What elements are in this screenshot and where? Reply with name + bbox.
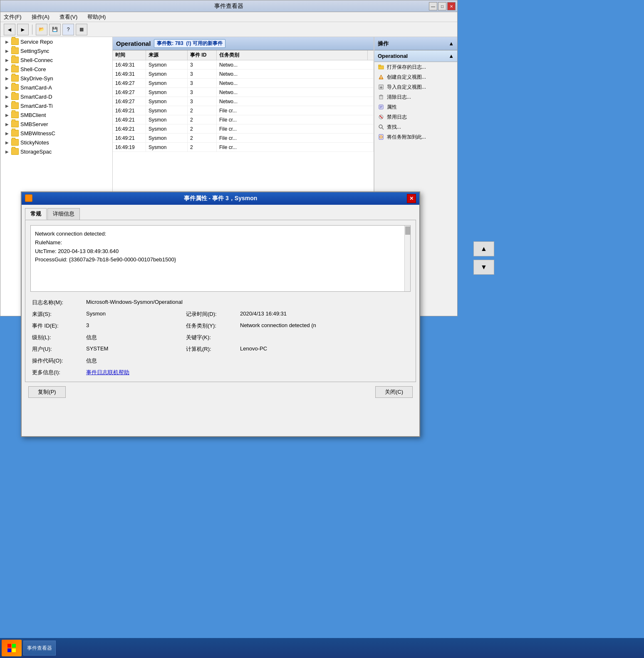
dialog-close-x-button[interactable]: ✕ — [407, 194, 416, 203]
table-row[interactable]: 16:49:31 Sysmon 3 Netwo... — [113, 60, 374, 70]
action-import-view[interactable]: 导入自定义视图... — [374, 82, 457, 92]
middle-panel-header: Operational 事件数: 783 (!) 可用的新事件 — [113, 37, 374, 50]
tree-label-service-repo: Service Repo — [20, 39, 53, 45]
cell-time: 16:49:31 — [113, 60, 146, 69]
view-button[interactable]: ▦ — [76, 24, 87, 35]
action-attach-task[interactable]: 将任务附加到此... — [374, 132, 457, 142]
cell-task: Netwo... — [217, 79, 374, 87]
tree-item-smbclient[interactable]: ▶ SMBClient — [0, 110, 112, 119]
tree-arrow-13: ▶ — [5, 149, 10, 154]
menu-file[interactable]: 文件(F) — [2, 12, 23, 22]
back-button[interactable]: ◄ — [4, 24, 15, 35]
close-button[interactable]: ✕ — [447, 2, 456, 10]
opcode-value: 信息 — [84, 355, 411, 367]
tree-item-service-repo[interactable]: ▶ Service Repo — [0, 37, 112, 46]
action-clear-log-label: 清除日志... — [387, 94, 411, 101]
cell-time: 16:49:21 — [113, 134, 146, 142]
table-row[interactable]: 16:49:27 Sysmon 3 Netwo... — [113, 79, 374, 88]
action-open-log-label: 打开保存的日志... — [387, 64, 426, 71]
tree-item-smartcard-ti[interactable]: ▶ SmartCard-Ti — [0, 101, 112, 110]
taskbar-event-viewer[interactable]: 事件查看器 — [23, 641, 56, 656]
tree-item-storagespac[interactable]: ▶ StorageSpac — [0, 147, 112, 156]
dialog-main-content: Network connection detected: RuleName: U… — [25, 220, 416, 382]
action-open-log[interactable]: 打开保存的日志... — [374, 62, 457, 72]
tree-item-smbserver[interactable]: ▶ SMBServer — [0, 119, 112, 129]
folder-icon-11 — [11, 130, 19, 137]
cell-event-id: 2 — [188, 134, 217, 142]
tree-item-smartcard-a[interactable]: ▶ SmartCard-A — [0, 83, 112, 92]
opcode-label: 操作代码(O): — [30, 355, 84, 367]
tree-arrow-10: ▶ — [5, 122, 10, 127]
copy-button[interactable]: 复制(P) — [28, 386, 66, 398]
forward-button[interactable]: ► — [17, 24, 29, 35]
table-row[interactable]: 16:49:21 Sysmon 2 File cr... — [113, 115, 374, 124]
tab-details[interactable]: 详细信息 — [47, 208, 80, 220]
menu-bar: 文件(F) 操作(A) 查看(V) 帮助(H) — [0, 12, 457, 22]
tab-general[interactable]: 常规 — [25, 208, 47, 220]
event-text-line3: UtcTime: 2020-04-13 08:49:30.640 — [35, 247, 399, 256]
event-text-scrollbar[interactable] — [404, 226, 410, 291]
cell-source: Sysmon — [146, 143, 188, 151]
more-info-value[interactable]: 事件日志联机帮助 — [84, 367, 411, 378]
table-row[interactable]: 16:49:21 Sysmon 2 File cr... — [113, 134, 374, 143]
table-row[interactable]: 16:49:19 Sysmon 2 File cr... — [113, 143, 374, 152]
table-row[interactable]: 16:49:31 Sysmon 3 Netwo... — [113, 70, 374, 79]
table-row[interactable]: 16:49:27 Sysmon 3 Netwo... — [113, 88, 374, 97]
expand-icon[interactable]: ▲ — [448, 40, 454, 47]
taskbar-event-viewer-label: 事件查看器 — [27, 645, 52, 652]
cell-time: 16:49:31 — [113, 70, 146, 78]
action-find[interactable]: 查找... — [374, 122, 457, 132]
table-row[interactable]: 16:49:21 Sysmon 2 File cr... — [113, 106, 374, 115]
dialog-close-button[interactable]: 关闭(C) — [375, 386, 413, 398]
action-properties-label: 属性 — [387, 104, 397, 111]
expand-icon-sub[interactable]: ▲ — [448, 53, 454, 59]
fields-grid: 日志名称(M): Microsoft-Windows-Sysmon/Operat… — [30, 297, 411, 378]
menu-help[interactable]: 帮助(H) — [86, 12, 107, 22]
action-disable-log[interactable]: 禁用日志 — [374, 112, 457, 122]
maximize-button[interactable]: □ — [438, 2, 446, 10]
actions-title: 操作 — [378, 40, 389, 47]
import-view-icon — [378, 84, 384, 90]
table-row[interactable]: 16:49:21 Sysmon 2 File cr... — [113, 124, 374, 134]
nav-up-button[interactable]: ▲ — [473, 241, 494, 256]
cell-source: Sysmon — [146, 88, 188, 97]
tree-item-settingsync[interactable]: ▶ SettingSync — [0, 46, 112, 55]
source-label: 来源(S): — [30, 308, 84, 320]
minimize-button[interactable]: — — [429, 2, 437, 10]
menu-view[interactable]: 查看(V) — [58, 12, 79, 22]
start-button[interactable] — [2, 640, 22, 656]
tree-item-skydrive[interactable]: ▶ SkyDrive-Syn — [0, 74, 112, 83]
help-button[interactable]: ? — [62, 24, 74, 35]
tree-item-smbwitness[interactable]: ▶ SMBWitnessC — [0, 129, 112, 138]
action-properties[interactable]: 属性 — [374, 102, 457, 112]
folder-icon-10 — [11, 121, 19, 127]
action-create-view-label: 创建自定义视图... — [387, 74, 426, 81]
action-attach-task-label: 将任务附加到此... — [387, 134, 426, 141]
table-row[interactable]: 16:49:27 Sysmon 3 Netwo... — [113, 97, 374, 106]
more-info-label: 更多信息(I): — [30, 367, 84, 378]
tree-item-smartcard-d[interactable]: ▶ SmartCard-D — [0, 92, 112, 101]
open-button[interactable]: 📂 — [36, 24, 47, 35]
tree-arrow-7: ▶ — [5, 94, 10, 99]
folder-icon-4 — [11, 66, 19, 72]
action-clear-log[interactable]: 清除日志... — [374, 92, 457, 102]
action-create-view[interactable]: 创建自定义视图... — [374, 72, 457, 82]
save-button[interactable]: 💾 — [49, 24, 61, 35]
computer-label: 计算机(R): — [184, 343, 238, 355]
tree-label-shell-connec: Shell-Connec — [20, 57, 53, 63]
event-text-line1: Network connection detected: — [35, 230, 399, 238]
tree-item-stickynotes[interactable]: ▶ StickyNotes — [0, 138, 112, 147]
action-import-view-label: 导入自定义视图... — [387, 84, 426, 91]
table-header: 时间 来源 事件 ID 任务类别 — [113, 50, 374, 60]
cell-event-id: 2 — [188, 115, 217, 124]
nav-down-button[interactable]: ▼ — [473, 260, 494, 275]
tree-item-shell-core[interactable]: ▶ Shell-Core — [0, 65, 112, 74]
cell-task: File cr... — [217, 143, 374, 151]
taskbar: 事件查看器 — [0, 638, 644, 658]
level-label: 级别(L): — [30, 332, 84, 343]
menu-action[interactable]: 操作(A) — [30, 12, 51, 22]
svg-rect-1 — [379, 65, 381, 66]
tree-item-shell-connec[interactable]: ▶ Shell-Connec — [0, 55, 112, 65]
tree-arrow-4: ▶ — [5, 67, 10, 72]
cell-event-id: 3 — [188, 79, 217, 87]
